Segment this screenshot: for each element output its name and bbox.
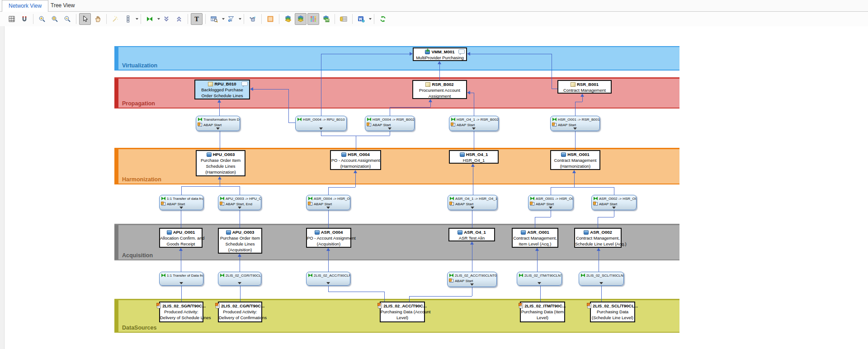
collapse-arrow-icon[interactable] [179, 207, 183, 209]
transform-t1a[interactable]: Transformation from DSO HP... ABAP Start [196, 116, 240, 131]
note-icon[interactable] [241, 81, 248, 86]
collapse-arrow-icon[interactable] [471, 207, 474, 209]
node-HSR_O001[interactable]: HSR_O001 Contract Management (Harmonizat… [550, 150, 600, 170]
transform-t2e[interactable]: ASR_O001 -> HSR_O001 ABAP Start [528, 195, 573, 210]
grid-icon[interactable] [6, 13, 18, 25]
magic-wand-icon[interactable] [109, 13, 121, 25]
layer-accent [114, 225, 118, 259]
node-ASR_O004[interactable]: ASR_O004 PO - Account Assignment (Acquis… [306, 228, 351, 248]
expand-all-icon[interactable] [173, 13, 185, 25]
chart-report-button[interactable] [355, 13, 372, 25]
node-2LIS_02_ITM[interactable]: 2LIS_02_ITM/T90C... Purchasing Data (Ite… [520, 302, 565, 322]
node-2LIS_02_CGR[interactable]: 2LIS_02_CGR/T90C... Produced Activity: D… [218, 302, 262, 322]
transform-t3d[interactable]: 2LIS_02_ACC/T90CLNT090 ->... ABAP Start [447, 272, 497, 287]
pan-hand-icon[interactable] [92, 13, 104, 25]
transform-t2f[interactable]: ASR_O002 -> HSR_O001 ABAP Start [591, 195, 637, 210]
transform-t3c[interactable]: 2LIS_02_ACC/T90CLNT090 ->... [306, 272, 350, 286]
dropdown-caret[interactable] [157, 18, 160, 20]
node-2LIS_02_ACC[interactable]: 2LIS_02_ACC/T90C... Purchasing Data (Acc… [380, 302, 425, 322]
collapse-arrow-icon[interactable] [470, 283, 474, 286]
transform-t3b[interactable]: 2LIS_02_CGR/T90CLNT090 ->... [218, 272, 261, 286]
arrowhead [179, 248, 183, 251]
edge [321, 131, 321, 136]
transformation-menu-button[interactable] [143, 13, 160, 25]
layers-icon[interactable] [295, 13, 307, 25]
node-ASR_O002[interactable]: ASR_O002 Contract Management, Schedule L… [574, 228, 622, 248]
transform-t2a[interactable]: 1:1 Transfer of data from APU... ABAP St… [159, 195, 203, 210]
pointer-icon[interactable] [79, 13, 91, 25]
collapse-arrow-icon[interactable] [549, 207, 552, 209]
edge [288, 123, 295, 123]
node-APU_O001[interactable]: APU_O001 Allocation Confirm. and Goods R… [159, 228, 203, 248]
transform-t1c[interactable]: HSR_O004 -> RSR_B002 ABAP Start [365, 116, 415, 131]
transformation-icon [450, 197, 454, 200]
edge [472, 210, 472, 228]
collapse-all-icon[interactable] [160, 13, 172, 25]
collapse-arrow-icon[interactable] [599, 282, 603, 284]
transformation-icon [297, 118, 302, 121]
collapse-arrow-icon[interactable] [216, 127, 220, 130]
data-table-icon[interactable] [338, 13, 349, 25]
refresh-icon[interactable] [377, 13, 389, 25]
node-HSR_O4_1[interactable]: HSR_O4_1 HSR_O4_1 [449, 150, 499, 164]
filter-button[interactable] [225, 13, 241, 25]
zoom-out-icon[interactable] [61, 13, 73, 25]
transform-t3e[interactable]: 2LIS_02_ITM/T90CLNT090 ->... [517, 272, 562, 286]
collapse-arrow-icon[interactable] [388, 127, 392, 130]
node-RPU_B010[interactable]: RPU_B010 Backlogged Purchase Order Sched… [194, 80, 250, 99]
collapse-arrow-icon[interactable] [238, 207, 241, 209]
tab-network-view[interactable]: Network View [2, 0, 48, 12]
edge [552, 89, 557, 89]
zoom-in-icon[interactable] [36, 13, 48, 25]
transform-t2d[interactable]: ASR_O4_1 -> HSR_O4_1 ABAP Start [448, 195, 497, 210]
dropdown-caret[interactable] [369, 18, 372, 20]
collapse-arrow-icon[interactable] [326, 282, 330, 284]
edge [473, 167, 473, 195]
frame-color-icon[interactable] [264, 13, 276, 25]
transform-t1b[interactable]: HSR_O004 -> RPU_B010 [295, 116, 347, 131]
datasource-icon [157, 303, 161, 308]
transform-t2b[interactable]: APU_O003 -> HPU_O003 ABAP Start, End [218, 195, 261, 210]
abap-routine-icon [198, 123, 202, 127]
node-HSR_O004[interactable]: HSR_O004 PO - Account Assignment (Harmon… [330, 150, 381, 170]
node-ASR_O001[interactable]: ASR_O001 Contract Management, Item Level… [512, 228, 558, 248]
text-tool-button[interactable]: T [191, 13, 203, 25]
node-VMM_M001[interactable]: VMM_M001 MultiProvider Purchasing [413, 47, 467, 61]
node-APU_O003[interactable]: APU_O003 Purchase Order Item Schedule Li… [218, 228, 262, 254]
magnet-snap-icon[interactable] [19, 13, 30, 25]
collapse-arrow-icon[interactable] [179, 282, 183, 284]
collapse-arrow-icon[interactable] [573, 127, 577, 130]
edge [439, 64, 440, 80]
edge [384, 292, 385, 302]
node-2LIS_02_SGR[interactable]: 2LIS_02_SGR/T90C... Produced Activity: D… [159, 302, 203, 322]
collapse-arrow-icon[interactable] [326, 207, 330, 209]
collapse-arrow-icon[interactable] [319, 127, 323, 130]
collapse-arrow-icon[interactable] [238, 282, 241, 284]
transform-t1e[interactable]: HSR_O001 -> RSR_B001 ABAP Start [550, 116, 600, 131]
node-RSR_B002[interactable]: RSR_B002 Procurement Account Assignment [412, 80, 467, 99]
node-RSR_B001[interactable]: RSR_B001 Contract Management [557, 80, 612, 94]
collapse-arrow-icon[interactable] [612, 207, 616, 209]
color-palette-icon[interactable] [307, 13, 319, 25]
table-search-button[interactable] [208, 13, 225, 25]
note-icon[interactable] [458, 49, 465, 54]
transform-t3f[interactable]: 2LIS_02_SCL/T90CLNT090 ->... [579, 272, 624, 286]
layers-image-icon[interactable] [320, 13, 332, 25]
node-HPU_O003[interactable]: HPU_O003 Purchase Order Item Schedule Li… [196, 150, 245, 176]
dropdown-caret[interactable] [136, 18, 138, 20]
transform-t1d[interactable]: HSR_O4_1 -> RSR_B002 ABAP Start [449, 116, 499, 131]
transform-t2c[interactable]: ASR_O004 -> HSR_O004 ABAP Start [306, 195, 350, 210]
left-panel-splitter[interactable] [0, 26, 5, 349]
collapse-arrow-icon[interactable] [472, 127, 476, 130]
tab-tree-view[interactable]: Tree View [44, 0, 81, 11]
layers-edit-icon[interactable] [282, 13, 294, 25]
node-2LIS_02_SCL[interactable]: 2LIS_02_SCL/T90CL... Purchasing Data (Sc… [590, 302, 635, 322]
collapse-arrow-icon[interactable] [538, 282, 541, 284]
edge [472, 287, 472, 296]
node-ASR_O4_1[interactable]: ASR_O4_1 ASR Test Alin [448, 228, 495, 241]
zoom-reset-icon[interactable] [49, 13, 61, 25]
transform-t3a[interactable]: 1:1 Transfer of Data from 2LIS... [159, 272, 203, 286]
column-layout-button[interactable] [122, 13, 138, 25]
dropdown-caret[interactable] [239, 18, 241, 20]
watering-can-icon[interactable] [247, 13, 259, 25]
